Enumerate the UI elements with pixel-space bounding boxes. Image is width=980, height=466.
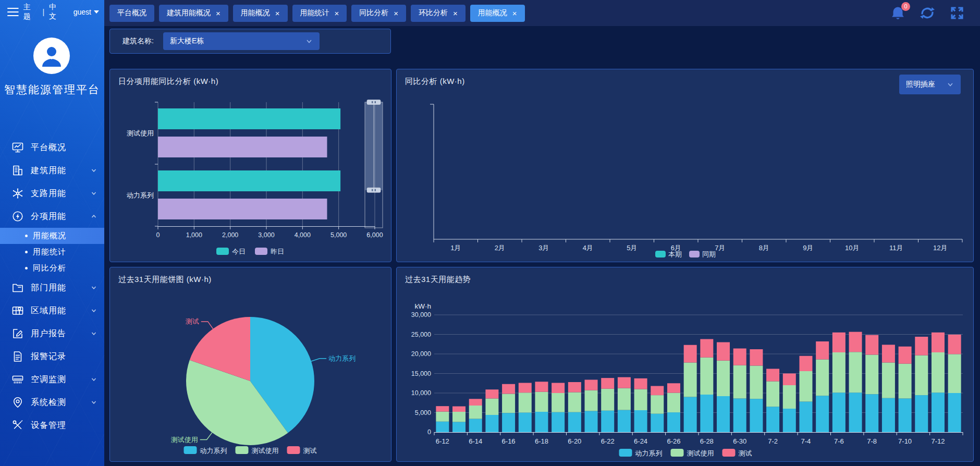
tools-icon [11, 419, 24, 432]
svg-text:0: 0 [156, 231, 160, 239]
fullscreen-icon[interactable] [950, 6, 964, 20]
legend-item-昨日[interactable]: 昨日 [255, 248, 284, 255]
daily-comparison-panel: 日分项用能同比分析 (kW·h) 01,0002,0003,0004,0005,… [109, 69, 391, 262]
chevron-down-icon [94, 10, 99, 14]
hamburger-menu-icon[interactable] [7, 7, 19, 17]
sidebar-item-用户报告[interactable]: 用户报告 [0, 322, 104, 345]
chevron-down-icon [91, 330, 97, 337]
svg-text:动力系列: 动力系列 [200, 447, 227, 455]
sidebar-subitem-用能概况[interactable]: 用能概况 [0, 228, 104, 244]
sidebar-subitem-label: 用能统计 [33, 247, 66, 257]
sidebar-item-label: 报警记录 [31, 351, 97, 362]
datazoom-handle-bottom[interactable] [367, 188, 381, 192]
trend-panel: 过去31天用能趋势 05,00010,00015,00020,00025,000… [396, 267, 974, 462]
legend-item-同期[interactable]: 同期 [689, 250, 716, 258]
svg-text:10,000: 10,000 [411, 389, 431, 397]
axes [430, 104, 962, 242]
sidebar-item-建筑用能[interactable]: 建筑用能 [0, 159, 104, 182]
notifications-button[interactable]: 0 [891, 6, 905, 21]
svg-text:3,000: 3,000 [258, 231, 274, 239]
ac-unit-icon [11, 373, 24, 386]
avatar [33, 38, 70, 74]
tab-用能概况[interactable]: 用能概况× [470, 5, 525, 22]
building-selector-label: 建筑名称: [123, 36, 154, 46]
legend-item-动力系列[interactable]: 动力系列 [184, 446, 227, 455]
language-link[interactable]: 中文 [49, 3, 64, 21]
chevron-down-icon [305, 38, 313, 45]
svg-text:2,000: 2,000 [222, 231, 238, 239]
sidebar-item-设备管理[interactable]: 设备管理 [0, 414, 104, 437]
legend-item-动力系列[interactable]: 动力系列 [619, 449, 663, 457]
datazoom-handle-top[interactable] [367, 100, 381, 105]
sidebar-item-label: 系统检测 [31, 397, 91, 408]
sidebar-item-支路用能[interactable]: 支路用能 [0, 182, 104, 205]
svg-text:测试: 测试 [739, 449, 752, 457]
yoy-analysis-panel: 同比分析 (kW·h) 照明插座 1月2月3月4月5月6月7月8月9月10月11… [396, 69, 974, 262]
datazoom-slider[interactable] [365, 100, 383, 228]
tab-平台概况[interactable]: 平台概况 [109, 5, 154, 22]
svg-text:3月: 3月 [538, 244, 549, 252]
building-select[interactable]: 新大楼E栋 [163, 32, 320, 50]
energy-pie-chart: 动力系列测试使用测试动力系列测试使用测试 [110, 267, 391, 461]
sidebar-subitem-用能统计[interactable]: 用能统计 [0, 244, 104, 260]
svg-text:6-18: 6-18 [535, 437, 548, 445]
svg-text:5,000: 5,000 [415, 409, 431, 416]
category-select[interactable]: 照明插座 [899, 75, 961, 94]
sidebar-item-系统检测[interactable]: 系统检测 [0, 391, 104, 414]
theme-link[interactable]: 主题 [23, 3, 38, 21]
chevron-down-icon [91, 376, 97, 383]
tab-label: 用能概况 [241, 8, 270, 18]
close-icon[interactable]: × [394, 9, 398, 17]
svg-text:20,000: 20,000 [411, 350, 431, 358]
sidebar-item-空调监测[interactable]: 空调监测 [0, 368, 104, 391]
topbar: 平台概况建筑用能概况×用能概况×用能统计×同比分析×环比分析×用能概况× 0 [104, 0, 980, 26]
sidebar-menu: 平台概况建筑用能支路用能分项用能用能概况用能统计同比分析部门用能区域用能用户报告… [0, 136, 104, 437]
sidebar-item-label: 用户报告 [31, 328, 91, 339]
user-menu[interactable]: guest [74, 8, 99, 16]
tab-bar: 平台概况建筑用能概况×用能概况×用能统计×同比分析×环比分析×用能概况× [104, 5, 891, 22]
sidebar-subitem-label: 同比分析 [33, 263, 66, 273]
close-icon[interactable]: × [453, 9, 458, 17]
close-icon[interactable]: × [275, 9, 280, 17]
svg-text:5月: 5月 [627, 244, 637, 252]
panel-title: 过去31天用能饼图 (kW·h) [118, 275, 212, 285]
sidebar-item-分项用能[interactable]: 分项用能 [0, 205, 104, 228]
legend-item-今日[interactable]: 今日 [216, 248, 246, 255]
svg-text:测试: 测试 [303, 447, 317, 455]
tab-同比分析[interactable]: 同比分析× [351, 5, 406, 22]
legend-item-本期[interactable]: 本期 [655, 250, 682, 258]
svg-text:0: 0 [427, 428, 431, 436]
legend-item-测试[interactable]: 测试 [722, 449, 752, 457]
legend-item-测试[interactable]: 测试 [287, 446, 317, 455]
tab-建筑用能概况[interactable]: 建筑用能概况× [159, 5, 228, 22]
yoy-line-chart: 1月2月3月4月5月6月7月8月9月10月11月12月本期同期 [397, 69, 973, 262]
close-icon[interactable]: × [512, 9, 517, 17]
sidebar-item-区域用能[interactable]: 区域用能 [0, 299, 104, 322]
refresh-icon[interactable] [919, 6, 936, 20]
close-icon[interactable]: × [216, 9, 220, 17]
bullet-icon [25, 267, 28, 269]
svg-text:6-26: 6-26 [667, 437, 680, 445]
tab-用能统计[interactable]: 用能统计× [292, 5, 347, 22]
tab-label: 用能概况 [478, 8, 507, 18]
svg-text:测试使用: 测试使用 [171, 436, 198, 444]
svg-text:今日: 今日 [232, 248, 246, 255]
svg-text:动力系列: 动力系列 [635, 449, 663, 457]
sidebar-subitem-同比分析[interactable]: 同比分析 [0, 260, 104, 276]
chevron-down-icon [91, 308, 97, 314]
tab-环比分析[interactable]: 环比分析× [411, 5, 466, 22]
sidebar-item-报警记录[interactable]: 报警记录 [0, 345, 104, 368]
close-icon[interactable]: × [335, 9, 339, 17]
sidebar-item-label: 支路用能 [31, 188, 91, 199]
chevron-up-icon [91, 213, 97, 219]
legend-item-测试使用[interactable]: 测试使用 [236, 446, 279, 455]
legend-item-测试使用[interactable]: 测试使用 [671, 449, 714, 457]
sidebar-item-部门用能[interactable]: 部门用能 [0, 276, 104, 299]
svg-text:测试使用: 测试使用 [127, 129, 154, 137]
tab-用能概况[interactable]: 用能概况× [233, 5, 288, 22]
svg-text:6,000: 6,000 [366, 231, 383, 239]
bolt-circle-icon [11, 210, 24, 223]
location-pin-icon [11, 396, 24, 409]
sidebar-item-平台概况[interactable]: 平台概况 [0, 136, 104, 159]
divider: | [42, 8, 44, 16]
